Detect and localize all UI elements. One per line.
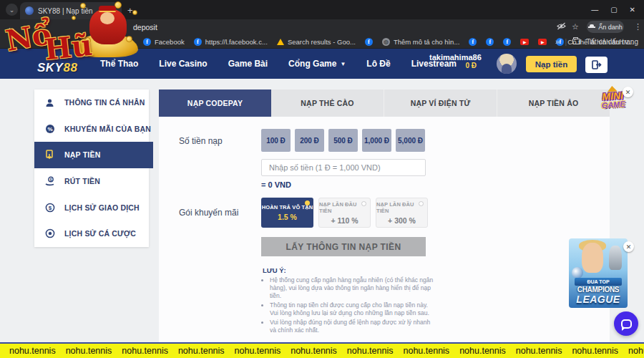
amount-label: Số tiền nạp <box>179 136 223 146</box>
username: takimahima86 <box>429 53 477 62</box>
facebook-icon: f <box>143 38 151 46</box>
browser-menu-icon[interactable]: ⋮ <box>634 22 642 32</box>
bookmark-item[interactable]: f <box>365 38 373 46</box>
note-item: Hệ thống cung cấp ngân hàng ngẫu nhiên (… <box>270 276 434 300</box>
eye-off-icon[interactable] <box>557 22 566 32</box>
browser-tab-strip: ⌄ SKY88 | Nạp tiền ✕ + — ▢ ✕ <box>0 0 644 19</box>
bookmark-item[interactable]: f <box>469 38 477 46</box>
trophy-icon <box>609 246 622 270</box>
banner-close-button[interactable]: ✕ <box>623 241 634 252</box>
footer-domain-text: nohu.tennis <box>459 346 506 356</box>
svg-text:%: % <box>47 126 52 132</box>
sidebar-item-thong-tin-ca-nhan[interactable]: THÔNG TIN CÁ NHÂN <box>34 90 149 116</box>
amount-5000-button[interactable]: 5,000 Đ <box>396 129 425 152</box>
radio-unselected-icon <box>419 201 424 206</box>
tab-close-icon[interactable]: ✕ <box>110 6 117 16</box>
incognito-label: Ẩn danh <box>598 24 623 31</box>
notes-title: LƯU Ý: <box>263 266 434 274</box>
promo-option-300[interactable]: NẠP LẦN ĐẦU TIÊN + 300 % <box>376 198 428 228</box>
logout-icon <box>592 60 602 69</box>
avatar[interactable] <box>497 54 517 74</box>
bookmark-item[interactable]: fFacebook <box>143 38 185 46</box>
amount-input[interactable] <box>261 159 426 176</box>
new-tab-button[interactable]: + <box>127 5 133 16</box>
amount-100-button[interactable]: 100 Đ <box>261 129 291 152</box>
site-favicon <box>25 6 34 15</box>
bookmark-item[interactable]: Search results - Goo... <box>277 38 356 46</box>
deposit-money-icon <box>44 150 55 160</box>
amount-1000-button[interactable]: 1,000 Đ <box>362 129 391 152</box>
youtube-icon: ▶ <box>520 39 529 45</box>
radio-unselected-icon <box>361 201 366 206</box>
all-bookmarks-label[interactable]: Tất cả dấu trang <box>586 38 638 46</box>
chevron-down-icon: ▼ <box>340 61 346 67</box>
radio-selected-icon <box>305 200 310 205</box>
chat-bubble-icon <box>621 319 632 329</box>
browser-toolbar <box>0 19 644 34</box>
promo-options: HOÀN TRẢ VÔ TẬN 1.5 % NẠP LẦN ĐẦU TIÊN +… <box>261 198 428 228</box>
person-icon <box>44 97 55 108</box>
converted-amount: = 0 VND <box>261 180 291 189</box>
amount-200-button[interactable]: 200 Đ <box>295 129 324 152</box>
bookmark-star-icon[interactable]: ☆ <box>572 22 579 32</box>
tab-search-button[interactable]: ⌄ <box>6 4 18 16</box>
incognito-icon <box>588 24 595 29</box>
close-icon[interactable]: ✕ <box>630 6 635 14</box>
tab-nap-vi-dien-tu[interactable]: NẠP VÍ ĐIỆN TỬ <box>384 90 497 117</box>
sidebar-item-lich-su-ca-cuoc[interactable]: LỊCH SỬ CÁ CƯỢC <box>34 221 149 247</box>
tab-nap-the-cao[interactable]: NẠP THẺ CÀO <box>271 90 384 117</box>
google-drive-icon <box>277 39 284 45</box>
youtube-icon: ▶ <box>538 39 547 45</box>
footer-domain-text: nohu.tennis <box>516 346 562 356</box>
nav-item-cong-game[interactable]: Cổng Game▼ <box>288 59 346 69</box>
sidebar-item-lich-su-giao-dich[interactable]: $ LỊCH SỬ GIAO DỊCH <box>34 194 149 221</box>
soccer-ball-icon <box>572 267 583 279</box>
restore-icon[interactable]: ▢ <box>610 6 617 14</box>
bookmarks-overflow-icon[interactable]: » <box>555 38 560 46</box>
facebook-icon: f <box>503 38 511 46</box>
tab-nap-codepay[interactable]: NẠP CODEPAY <box>159 90 271 117</box>
amount-500-button[interactable]: 500 Đ <box>328 129 358 152</box>
get-deposit-info-button[interactable]: LẤY THÔNG TIN NẠP TIỀN <box>261 237 426 256</box>
deposit-button[interactable]: Nạp tiền <box>526 56 577 72</box>
footer-domain-text: nohu.tennis <box>347 346 394 356</box>
user-info[interactable]: takimahima86 0 Đ <box>429 53 477 69</box>
folder-icon <box>572 39 580 44</box>
bookmark-item[interactable]: f <box>486 38 494 46</box>
dollar-circle-icon: $ <box>44 202 55 213</box>
promo-option-hoan-tra[interactable]: HOÀN TRẢ VÔ TẬN 1.5 % <box>261 198 313 228</box>
nav-item-the-thao[interactable]: Thể Thao <box>100 59 138 69</box>
champions-league-banner[interactable]: ĐUA TOP CHAMPIONS LEAGUE <box>569 238 628 308</box>
bookmark-item[interactable]: ▶ <box>538 39 547 45</box>
sidebar-item-rut-tien[interactable]: $ RÚT TIỀN <box>34 168 149 195</box>
minimize-icon[interactable]: — <box>591 6 598 14</box>
svg-text:$: $ <box>48 205 52 211</box>
footer-domain-text: nohu.tennis <box>235 346 281 356</box>
bookmark-item[interactable]: f <box>503 38 511 46</box>
chat-button[interactable] <box>614 311 638 336</box>
footer-domain-bar: nohu.tennis nohu.tennis nohu.tennis nohu… <box>0 342 644 358</box>
account-sidebar: THÔNG TIN CÁ NHÂN % KHUYẾN MÃI CỦA BẠN N… <box>34 90 149 247</box>
banner-ribbon: ĐUA TOP <box>575 278 622 286</box>
minigame-close-button[interactable]: ✕ <box>623 87 633 97</box>
nav-item-live-casino[interactable]: Live Casino <box>159 59 207 69</box>
bookmark-item[interactable]: ▶ <box>520 39 529 45</box>
promo-option-110[interactable]: NẠP LẦN ĐẦU TIÊN + 110 % <box>318 198 371 228</box>
bookmark-item[interactable]: ◍Thêm mô tả cho hìn... <box>382 38 459 46</box>
bookmark-item[interactable]: fhttps://l.facebook.c... <box>194 38 268 46</box>
globe-icon: ◍ <box>382 38 390 46</box>
logout-button[interactable] <box>585 57 608 73</box>
footer-domain-text: nohu.tennis <box>122 346 168 356</box>
address-bar-url[interactable]: deposit <box>133 23 157 32</box>
sidebar-item-nap-tien[interactable]: NẠP TIỀN <box>34 142 153 168</box>
sidebar-item-khuyen-mai[interactable]: % KHUYẾN MÃI CỦA BẠN <box>34 116 149 142</box>
svg-text:$: $ <box>49 178 52 182</box>
facebook-icon: f <box>365 38 373 46</box>
nav-item-lo-de[interactable]: Lô Đề <box>366 59 390 69</box>
promo-label: Gói khuyến mãi <box>179 208 238 218</box>
nav-item-game-bai[interactable]: Game Bài <box>228 59 268 69</box>
withdraw-money-icon: $ <box>44 176 55 187</box>
browser-tab[interactable]: SKY88 | Nạp tiền ✕ <box>20 2 122 19</box>
back-icon[interactable]: ← <box>7 22 16 32</box>
footer-domain-text: nohu.tennis <box>66 346 112 356</box>
